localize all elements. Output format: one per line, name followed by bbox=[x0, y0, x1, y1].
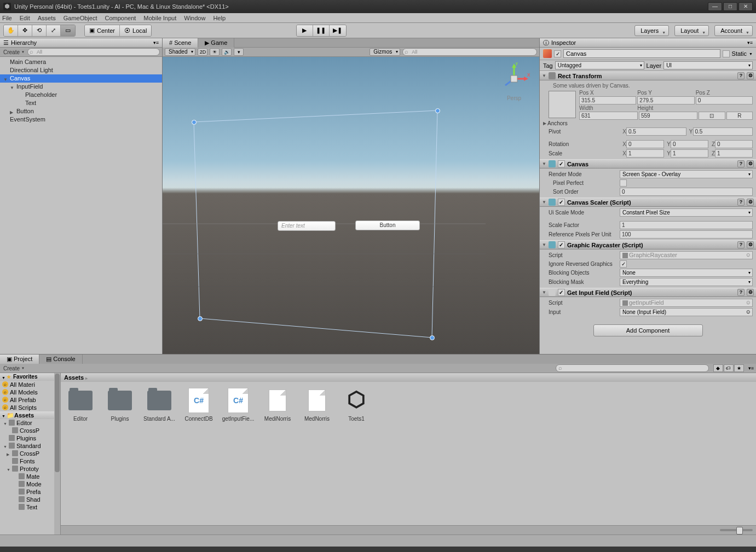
tree-item[interactable]: ▼Standard bbox=[0, 442, 60, 450]
project-search-input[interactable] bbox=[556, 364, 709, 372]
account-dropdown[interactable]: Account bbox=[714, 25, 753, 36]
fold-icon[interactable]: ▼ bbox=[542, 73, 546, 78]
getinput-enabled-checkbox[interactable] bbox=[558, 289, 565, 296]
lighting-toggle-button[interactable]: ☀ bbox=[210, 48, 220, 56]
menu-help[interactable]: Help bbox=[213, 15, 226, 21]
tree-item[interactable]: ⌕All Prefab bbox=[0, 396, 60, 404]
scl-x-input[interactable]: 1 bbox=[626, 149, 664, 158]
asset-grid[interactable]: Editor Plugins Standard A... C#ConnectDB… bbox=[61, 382, 756, 525]
persp-label[interactable]: Persp bbox=[498, 95, 530, 101]
2d-toggle-button[interactable]: 2D bbox=[198, 48, 207, 56]
play-button[interactable]: ▶ bbox=[297, 25, 313, 36]
blueprint-button[interactable]: ⊡ bbox=[699, 112, 725, 120]
hierarchy-item[interactable]: Directional Light bbox=[0, 66, 162, 74]
hierarchy-create-button[interactable]: Create bbox=[2, 49, 25, 55]
hierarchy-search-input[interactable]: All bbox=[27, 48, 160, 56]
fold-icon[interactable]: ▼ bbox=[3, 420, 7, 427]
help-icon[interactable]: ? bbox=[737, 160, 745, 167]
gear-icon[interactable]: ⚙ bbox=[747, 289, 754, 296]
menu-window[interactable]: Window bbox=[184, 15, 205, 21]
fx-toggle-button[interactable]: ▾ bbox=[234, 48, 244, 56]
menu-gameobject[interactable]: GameObject bbox=[64, 15, 97, 21]
rot-y-input[interactable]: 0 bbox=[671, 140, 708, 148]
pivot-local-button[interactable]: ⦿ Local bbox=[120, 25, 151, 36]
tree-item[interactable]: CrossP bbox=[0, 427, 60, 434]
assets-section[interactable]: 📁Assets bbox=[0, 411, 60, 419]
scene-button-object[interactable]: Button bbox=[355, 220, 420, 230]
fold-icon[interactable]: ▼ bbox=[542, 290, 546, 295]
tag-dropdown[interactable]: Untagged bbox=[555, 61, 644, 69]
move-tool-button[interactable]: ✥ bbox=[18, 25, 32, 36]
fold-icon[interactable]: ▼ bbox=[542, 200, 546, 205]
tree-item[interactable]: Text bbox=[0, 503, 60, 511]
inspector-tab[interactable]: ⓘ Inspector ▾≡ bbox=[540, 38, 756, 48]
hierarchy-tab[interactable]: ☰ Hierarchy ▾≡ bbox=[0, 38, 162, 48]
tree-item[interactable]: ⌕All Scripts bbox=[0, 404, 60, 411]
gameobject-name-input[interactable]: Canvas bbox=[563, 49, 720, 58]
gameobject-icon[interactable] bbox=[543, 49, 552, 58]
menu-assets[interactable]: Assets bbox=[38, 15, 56, 21]
hierarchy-list[interactable]: Main Camera Directional Light ▼Canvas ▼I… bbox=[0, 57, 162, 354]
menu-mobileinput[interactable]: Mobile Input bbox=[143, 15, 176, 21]
asset-folder[interactable]: Editor bbox=[66, 387, 95, 422]
pixel-perfect-checkbox[interactable] bbox=[620, 179, 627, 187]
scene-tab[interactable]: #Scene bbox=[163, 38, 198, 48]
raycaster-header[interactable]: ▼ Graphic Raycaster (Script) ? ⚙ bbox=[540, 240, 756, 249]
canvas-component-header[interactable]: ▼ Canvas ? ⚙ bbox=[540, 159, 756, 168]
tree-item[interactable]: Mate bbox=[0, 473, 60, 480]
gear-icon[interactable]: ⚙ bbox=[747, 241, 754, 248]
posx-input[interactable]: 315.5 bbox=[579, 96, 636, 104]
rot-x-input[interactable]: 0 bbox=[626, 140, 664, 148]
scene-inputfield-object[interactable]: Enter text bbox=[278, 221, 336, 231]
game-tab[interactable]: ▶Game bbox=[198, 38, 234, 48]
fold-icon[interactable]: ▶ bbox=[543, 121, 546, 126]
blocking-mask-dropdown[interactable]: Everything bbox=[620, 278, 753, 286]
scl-z-input[interactable]: 1 bbox=[715, 149, 753, 158]
tree-item[interactable]: Shad bbox=[0, 496, 60, 503]
render-mode-dropdown[interactable]: Screen Space - Overlay bbox=[620, 170, 753, 178]
hierarchy-item[interactable]: Text bbox=[0, 99, 162, 107]
audio-toggle-button[interactable]: 🔊 bbox=[222, 48, 232, 56]
rect-transform-header[interactable]: ▼ Rect Transform ? ⚙ bbox=[540, 71, 756, 80]
menu-edit[interactable]: Edit bbox=[20, 15, 30, 21]
input-field-reference[interactable]: None (Input Field) bbox=[620, 308, 753, 316]
help-icon[interactable]: ? bbox=[737, 289, 745, 296]
scale-factor-input[interactable]: 1 bbox=[620, 221, 753, 229]
gizmos-dropdown[interactable]: Gizmos bbox=[370, 48, 400, 56]
project-breadcrumb[interactable]: Assets▸ bbox=[61, 373, 756, 382]
hand-tool-button[interactable]: ✋ bbox=[4, 25, 18, 36]
fold-icon[interactable]: ▼ bbox=[3, 443, 7, 450]
scene-search-input[interactable]: All bbox=[402, 48, 537, 56]
save-search-button[interactable]: ★ bbox=[734, 364, 744, 372]
gear-icon[interactable]: ⚙ bbox=[747, 199, 754, 206]
raycaster-enabled-checkbox[interactable] bbox=[558, 241, 565, 248]
hierarchy-item[interactable]: Placeholder bbox=[0, 91, 162, 99]
tree-item[interactable]: Fonts bbox=[0, 457, 60, 465]
zoom-slider[interactable] bbox=[720, 529, 753, 531]
tree-item[interactable]: Prefa bbox=[0, 488, 60, 496]
tree-item[interactable]: ▼Prototy bbox=[0, 465, 60, 473]
ignore-reversed-checkbox[interactable] bbox=[620, 260, 627, 268]
posz-input[interactable]: 0 bbox=[696, 96, 753, 104]
rect-handle[interactable] bbox=[198, 316, 203, 321]
getinputfield-header[interactable]: ▼ Get Input Field (Script) ? ⚙ bbox=[540, 288, 756, 297]
tree-item[interactable]: Mode bbox=[0, 480, 60, 488]
hierarchy-item[interactable]: ▶Button bbox=[0, 107, 162, 115]
favorites-section[interactable]: Favorites bbox=[0, 373, 60, 381]
tree-item[interactable]: ▼Editor bbox=[0, 419, 60, 427]
menu-file[interactable]: File bbox=[2, 15, 12, 21]
static-dropdown-icon[interactable]: ▼ bbox=[749, 52, 753, 56]
rect-handle[interactable] bbox=[192, 120, 197, 125]
layers-dropdown[interactable]: Layers bbox=[634, 25, 669, 36]
canvas-scaler-header[interactable]: ▼ Canvas Scaler (Script) ? ⚙ bbox=[540, 197, 756, 207]
anchor-preset-button[interactable] bbox=[549, 91, 576, 118]
ref-pixels-input[interactable]: 100 bbox=[620, 230, 753, 239]
layout-dropdown[interactable]: Layout bbox=[674, 25, 709, 36]
pivot-y-input[interactable]: 0.5 bbox=[693, 127, 753, 136]
asset-script[interactable]: C#ConnectDB bbox=[184, 387, 213, 422]
project-tab[interactable]: ▣Project bbox=[0, 355, 39, 364]
fold-icon[interactable]: ▼ bbox=[542, 161, 546, 166]
fold-icon[interactable]: ▼ bbox=[542, 242, 546, 247]
scale-mode-dropdown[interactable]: Constant Pixel Size bbox=[620, 208, 753, 217]
rect-tool-button[interactable]: ▭ bbox=[61, 25, 75, 36]
